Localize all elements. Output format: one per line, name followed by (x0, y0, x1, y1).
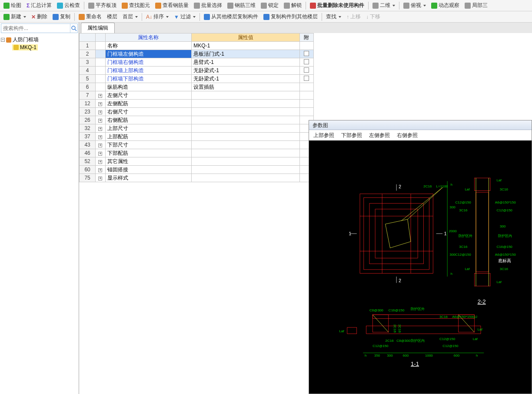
property-value[interactable] (192, 116, 299, 124)
parameter-drawing[interactable]: 1 1 2 2 2C16 L=1100 h 300 2000 (309, 140, 532, 394)
row-number: 37 (80, 133, 96, 141)
tab-left-ref[interactable]: 左侧参照 (369, 132, 390, 139)
floor-select[interactable]: 首层 (120, 12, 140, 21)
expand-cell[interactable]: + (96, 91, 105, 100)
property-row[interactable]: 7+左侧尺寸 (80, 91, 314, 100)
property-row[interactable]: 52+其它属性 (80, 157, 314, 166)
find-button[interactable]: 查找 (323, 12, 344, 21)
property-value[interactable] (192, 100, 299, 108)
tab-property-edit[interactable]: 属性编辑 (81, 23, 115, 33)
checkbox-icon (304, 51, 309, 56)
copy-to-floor-button[interactable]: 复制构件到其他楼层 (261, 12, 320, 21)
property-value[interactable] (192, 91, 299, 100)
search-input[interactable] (1, 25, 70, 31)
tab-right-ref[interactable]: 右侧参照 (397, 132, 418, 139)
property-check[interactable] (299, 67, 313, 75)
property-check[interactable] (299, 50, 313, 58)
property-value[interactable]: 无卧梁式-1 (192, 67, 299, 75)
property-row[interactable]: 6纵筋构造设置插筋 (80, 83, 314, 91)
expand-cell[interactable]: + (96, 157, 105, 166)
svg-text:600: 600 (454, 354, 460, 357)
orbit-button[interactable]: 动态观察 (429, 1, 462, 10)
property-row[interactable]: 32+上部尺寸 (80, 124, 314, 133)
find-elem-button[interactable]: 查找图元 (119, 1, 153, 10)
svg-text:C12@150: C12@150 (442, 344, 459, 348)
expand-cell[interactable]: + (96, 174, 105, 182)
unlock-icon (284, 3, 290, 9)
unlock-button[interactable]: 解锁 (281, 1, 304, 10)
property-row[interactable]: 60+锚固搭接 (80, 166, 314, 174)
property-row[interactable]: 23+右侧尺寸 (80, 108, 314, 116)
sort-button[interactable]: A↓排序 (143, 12, 171, 21)
arrow-up-icon: ↑ (346, 14, 349, 20)
expand-cell[interactable]: + (96, 100, 105, 108)
property-value[interactable] (192, 157, 299, 166)
draw-button[interactable]: 绘图 (1, 1, 24, 10)
batch-del-button[interactable]: 批量删除未使用构件 (307, 1, 367, 10)
property-row[interactable]: 5门框墙下部构造无卧梁式-1 (80, 75, 314, 83)
expand-cell[interactable]: + (96, 108, 105, 116)
property-value[interactable]: 无卧梁式-1 (192, 75, 299, 83)
property-row[interactable]: 75+显示样式 (80, 174, 314, 182)
property-row[interactable]: 26+右侧配筋 (80, 116, 314, 124)
view-rebar-button[interactable]: 查看钢筋量 (153, 1, 191, 10)
property-value[interactable]: 悬板活门式-1 (192, 50, 299, 58)
move-up-button[interactable]: ↑上移 (344, 12, 363, 21)
expand-cell[interactable]: + (96, 149, 105, 157)
cloud-check-button[interactable]: 云检查 (54, 1, 83, 10)
expand-icon: + (98, 94, 102, 98)
property-value[interactable] (192, 149, 299, 157)
rename-button[interactable]: 重命名 (76, 12, 104, 21)
svg-rect-4 (369, 204, 423, 264)
property-value[interactable] (192, 174, 299, 182)
expand-cell[interactable]: + (96, 141, 105, 149)
property-row[interactable]: 3门框墙右侧构造悬臂式-1 (80, 58, 314, 67)
property-row[interactable]: 2门框墙左侧构造悬板活门式-1 (80, 50, 314, 58)
filter-button[interactable]: ▼过滤 (171, 12, 198, 21)
property-value[interactable]: 悬臂式-1 (192, 58, 299, 67)
svg-text:防护区内: 防护区内 (498, 234, 512, 238)
property-row[interactable]: 4门框墙上部构造无卧梁式-1 (80, 67, 314, 75)
local-3d-button[interactable]: 局部三 (462, 1, 490, 10)
tree-root[interactable]: − 人防门框墙 (1, 36, 78, 44)
copy-from-floor-button[interactable]: 从其他楼层复制构件 (201, 12, 261, 21)
batch-sel-button[interactable]: 批量选择 (191, 1, 225, 10)
property-value[interactable] (192, 133, 299, 141)
tree-item-mkq1[interactable]: MKQ-1 (1, 44, 78, 51)
property-value[interactable]: 设置插筋 (192, 83, 299, 91)
row-number: 6 (80, 83, 96, 91)
tab-top-ref[interactable]: 上部参照 (313, 132, 334, 139)
topview-button[interactable]: 俯视 (401, 1, 429, 10)
cloud-icon (57, 3, 63, 9)
search-button[interactable] (70, 24, 77, 33)
property-row[interactable]: 1名称MKQ-1 (80, 42, 314, 50)
property-row[interactable]: 37+上部配筋 (80, 133, 314, 141)
x-icon: ✕ (31, 14, 36, 20)
2d-button[interactable]: 二维 (370, 1, 398, 10)
property-check[interactable] (299, 58, 313, 67)
property-value[interactable] (192, 108, 299, 116)
property-value[interactable] (192, 124, 299, 133)
move-down-button[interactable]: ↓下移 (363, 12, 383, 21)
copy-button[interactable]: 复制 (50, 12, 73, 21)
new-button[interactable]: 新建 (1, 12, 29, 21)
property-row[interactable]: 12+左侧配筋 (80, 100, 314, 108)
expand-cell[interactable]: + (96, 133, 105, 141)
collapse-icon[interactable]: − (1, 38, 5, 42)
rebar-3d-button[interactable]: 钢筋三维 (225, 1, 258, 10)
property-name: 右侧尺寸 (105, 108, 192, 116)
tab-bottom-ref[interactable]: 下部参照 (341, 132, 362, 139)
property-value[interactable]: MKQ-1 (192, 42, 299, 50)
sum-button[interactable]: Σ汇总计算 (24, 1, 54, 10)
property-row[interactable]: 43+下部尺寸 (80, 141, 314, 149)
property-value[interactable] (192, 166, 299, 174)
expand-cell[interactable]: + (96, 124, 105, 133)
property-check[interactable] (299, 75, 313, 83)
expand-cell[interactable]: + (96, 166, 105, 174)
level-top-button[interactable]: 平齐板顶 (86, 1, 119, 10)
property-value[interactable] (192, 141, 299, 149)
lock-button[interactable]: 锁定 (258, 1, 281, 10)
expand-cell[interactable]: + (96, 116, 105, 124)
delete-button[interactable]: ✕删除 (29, 12, 50, 21)
property-row[interactable]: 46+下部配筋 (80, 149, 314, 157)
